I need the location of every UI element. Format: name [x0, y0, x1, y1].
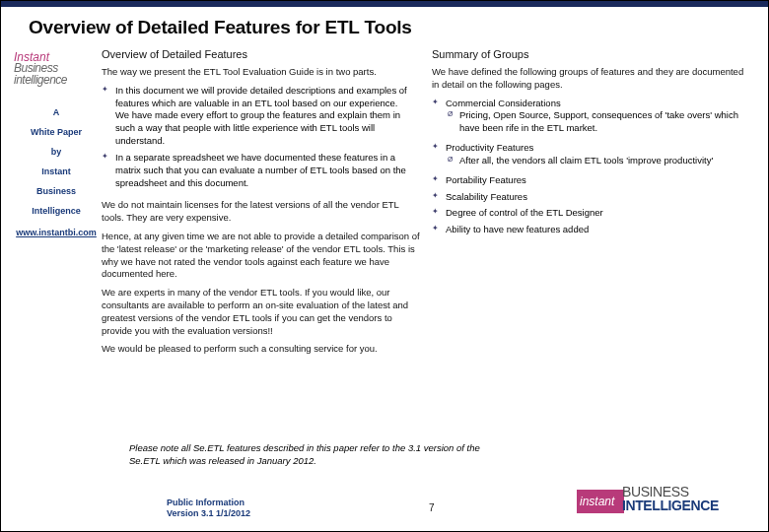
page-title: Overview of Detailed Features for ETL To… [29, 17, 768, 38]
list-item: Productivity Features After all, the ven… [446, 142, 752, 174]
group-label: Productivity Features [446, 142, 533, 153]
sub-text: After all, the vendors all claim ETL too… [459, 155, 713, 166]
bullet-text: In a separate spreadsheet we have docume… [115, 152, 406, 188]
bullet-text: In this document we will provide detaile… [115, 85, 407, 146]
sidebar-line: Business [11, 186, 102, 196]
sidebar-website-link[interactable]: www.instantbi.com [11, 228, 102, 237]
group-label: Scalability Features [446, 191, 527, 202]
left-intro: The way we present the ETL Tool Evaluati… [102, 66, 422, 79]
sidebar-logo: Instant Business intelligence [14, 50, 99, 94]
group-label: Portability Features [446, 174, 526, 185]
left-para: We do not maintain licenses for the late… [102, 199, 422, 225]
footer-logo-word-2: INTELLIGENCE [622, 498, 719, 513]
publication-info: Public Information Version 3.1 1/1/2012 [167, 498, 250, 519]
footnote: Please note all Se.ETL features describe… [129, 442, 504, 468]
group-label: Commercial Considerations [446, 98, 561, 108]
list-item: In this document we will provide detaile… [115, 85, 422, 152]
left-bullets: In this document we will provide detaile… [102, 85, 422, 194]
right-groups: Commercial Considerations Pricing, Open … [432, 98, 752, 240]
list-item: Scalability Features [446, 191, 752, 208]
right-heading: Summary of Groups [432, 48, 752, 60]
two-columns: Overview of Detailed Features The way we… [102, 48, 752, 362]
sidebar-line: White Paper [11, 127, 102, 137]
sub-item: After all, the vendors all claim ETL too… [459, 155, 752, 170]
list-item: Ability to have new features added [446, 224, 752, 240]
left-column: Overview of Detailed Features The way we… [102, 48, 422, 362]
footer-logo-box: instant [577, 490, 624, 513]
left-para: We would be pleased to perform such a co… [102, 343, 422, 356]
list-item: Portability Features [446, 174, 752, 191]
left-para: We are experts in many of the vendor ETL… [102, 287, 422, 337]
right-intro: We have defined the following groups of … [432, 66, 752, 92]
sidebar-line: A [11, 107, 102, 117]
footer-logo: instant BUSINESS INTELLIGENCE [577, 486, 752, 517]
sub-item: Pricing, Open Source, Support, consequen… [459, 109, 752, 138]
pub-line-2: Version 3.1 1/1/2012 [167, 508, 250, 519]
pub-line-1: Public Information [167, 498, 250, 508]
list-item: Commercial Considerations Pricing, Open … [446, 98, 752, 142]
left-para: Hence, at any given time we are not able… [102, 231, 422, 281]
sidebar-line: by [11, 147, 102, 157]
title-row: Overview of Detailed Features for ETL To… [1, 7, 768, 44]
slide-page: Overview of Detailed Features for ETL To… [0, 0, 769, 532]
sub-text: Pricing, Open Source, Support, consequen… [459, 109, 738, 133]
list-item: In a separate spreadsheet we have docume… [115, 152, 422, 193]
list-item: Degree of control of the ETL Designer [446, 207, 752, 224]
sidebar-line: Intelligence [11, 206, 102, 216]
sidebar: Instant Business intelligence A White Pa… [11, 48, 102, 362]
right-column: Summary of Groups We have defined the fo… [432, 48, 752, 362]
sidebar-line: Instant [11, 166, 102, 176]
group-label: Degree of control of the ETL Designer [446, 207, 603, 218]
left-heading: Overview of Detailed Features [102, 48, 422, 60]
page-number: 7 [429, 502, 435, 513]
content-area: Instant Business intelligence A White Pa… [1, 44, 768, 362]
group-label: Ability to have new features added [446, 224, 589, 234]
logo-word-3: intelligence [14, 73, 67, 87]
